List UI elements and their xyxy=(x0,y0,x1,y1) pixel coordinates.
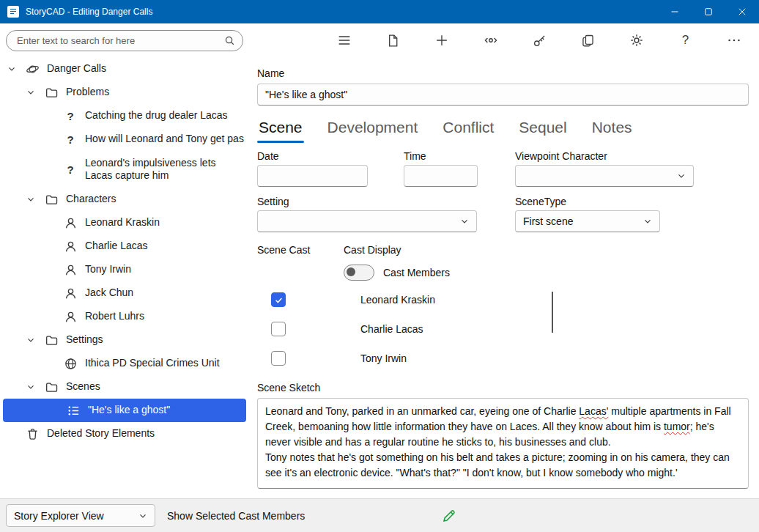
scene-type-label: SceneType xyxy=(515,196,660,207)
folder-icon xyxy=(44,85,59,100)
person-icon xyxy=(63,262,78,277)
tab-development[interactable]: Development xyxy=(326,117,420,143)
tree-item-label: Robert Luhrs xyxy=(85,310,144,323)
move-element-icon[interactable] xyxy=(476,26,506,55)
chevron-down-icon[interactable] xyxy=(7,64,25,73)
time-label: Time xyxy=(404,150,515,162)
tree-item-label: Danger Calls xyxy=(47,62,106,75)
tree-item-problem[interactable]: ? How will Leonard and Tony get pas xyxy=(0,128,249,151)
tree-item-setting[interactable]: Ithica PD Special Crimes Unit xyxy=(0,352,249,375)
tree-item-danger-calls[interactable]: Danger Calls xyxy=(0,57,249,81)
chevron-down-icon[interactable] xyxy=(26,195,44,204)
tree-item-scene[interactable]: "He's like a ghost" xyxy=(3,399,246,422)
question-icon: ? xyxy=(63,162,78,177)
tab-notes[interactable]: Notes xyxy=(590,117,634,143)
scene-sketch-label: Scene Sketch xyxy=(257,382,749,394)
name-label: Name xyxy=(257,67,749,79)
tree-item-label: Catching the drug dealer Lacas xyxy=(85,109,228,122)
viewpoint-character-select[interactable] xyxy=(515,165,694,187)
close-button[interactable] xyxy=(725,0,759,23)
person-icon xyxy=(63,309,78,324)
tree-item-character[interactable]: Leonard Kraskin xyxy=(0,211,249,234)
copy-icon[interactable] xyxy=(574,26,603,55)
chevron-down-icon[interactable] xyxy=(26,88,44,97)
navigation-sidebar: Danger Calls Problems ? Catching the dru… xyxy=(0,23,250,498)
tree-item-problem[interactable]: ? Leonard's impulsiveness lets Lacas cap… xyxy=(0,151,249,188)
main-panel: ? Name Scene Development Conflict Sequel… xyxy=(249,23,759,498)
cast-member-row: Tony Irwin xyxy=(257,344,749,373)
tree-item-characters[interactable]: Characters xyxy=(0,188,249,211)
scene-sketch-editor[interactable]: Leonard and Tony, parked in an unmarked … xyxy=(257,398,749,489)
cast-member-checkbox[interactable] xyxy=(271,322,286,336)
tree-item-settings[interactable]: Settings xyxy=(0,328,249,352)
tree-item-problem[interactable]: ? Catching the drug dealer Lacas xyxy=(0,104,249,128)
search-box[interactable] xyxy=(6,30,243,51)
new-file-icon[interactable] xyxy=(379,26,408,55)
tree-item-label: Jack Chun xyxy=(85,287,133,300)
tree-item-problems[interactable]: Problems xyxy=(0,81,249,104)
tab-conflict[interactable]: Conflict xyxy=(441,117,495,143)
tree-item-label: Leonard's impulsiveness lets Lacas captu… xyxy=(85,157,245,182)
setting-select[interactable] xyxy=(257,210,477,232)
viewpoint-character-label: Viewpoint Character xyxy=(515,150,694,162)
cast-member-name: Charlie Lacas xyxy=(360,323,423,335)
search-input[interactable] xyxy=(15,34,224,47)
tree-item-label: Charlie Lacas xyxy=(85,240,148,253)
date-label: Date xyxy=(257,150,404,162)
setting-label: Setting xyxy=(257,196,515,207)
cast-member-checkbox[interactable] xyxy=(271,351,286,366)
search-icon[interactable] xyxy=(224,35,235,46)
titlebar: StoryCAD - Editing Danger Calls xyxy=(0,0,759,23)
app-icon xyxy=(7,6,19,18)
status-message: Show Selected Cast Members xyxy=(167,510,305,522)
time-input[interactable] xyxy=(404,165,478,187)
tree-item-label: Characters xyxy=(66,193,116,206)
story-overview-icon xyxy=(25,62,40,76)
add-element-icon[interactable] xyxy=(427,26,456,55)
tree-item-label: Ithica PD Special Crimes Unit xyxy=(85,357,220,370)
name-input[interactable] xyxy=(257,84,749,106)
folder-icon xyxy=(44,380,59,394)
tree-item-character[interactable]: Charlie Lacas xyxy=(0,234,249,258)
person-icon xyxy=(63,215,78,230)
scene-type-value: First scene xyxy=(523,215,573,227)
trash-icon xyxy=(25,426,40,441)
tab-scene[interactable]: Scene xyxy=(257,117,304,143)
tab-strip: Scene Development Conflict Sequel Notes xyxy=(257,117,749,143)
tree-item-character[interactable]: Jack Chun xyxy=(0,281,249,305)
cast-member-list: Leonard Kraskin Charlie Lacas Tony Irwin xyxy=(257,285,749,373)
tree-item-character[interactable]: Robert Luhrs xyxy=(0,305,249,328)
cast-member-checkbox[interactable] xyxy=(271,292,286,307)
settings-gear-icon[interactable] xyxy=(622,26,651,55)
command-bar: ? xyxy=(249,23,759,57)
person-icon xyxy=(63,286,78,300)
minimize-button[interactable] xyxy=(658,0,692,23)
chevron-down-icon[interactable] xyxy=(26,383,44,391)
help-icon[interactable]: ? xyxy=(671,26,700,55)
key-icon[interactable] xyxy=(525,26,554,55)
tree-item-label: Settings xyxy=(66,333,103,347)
chevron-down-icon[interactable] xyxy=(26,336,44,344)
tab-sequel[interactable]: Sequel xyxy=(517,117,568,143)
cast-members-toggle-label: Cast Members xyxy=(383,267,450,278)
date-input[interactable] xyxy=(257,165,368,187)
question-icon: ? xyxy=(63,132,78,147)
chevron-down-icon xyxy=(460,217,469,226)
person-icon xyxy=(63,239,78,254)
cast-member-name: Leonard Kraskin xyxy=(360,294,435,306)
folder-icon xyxy=(44,333,59,347)
tree-item-deleted-elements[interactable]: Deleted Story Elements xyxy=(0,422,249,446)
tree-item-character[interactable]: Tony Irwin xyxy=(0,258,249,281)
edit-pencil-icon xyxy=(442,509,456,523)
maximize-button[interactable] xyxy=(692,0,725,23)
story-tree: Danger Calls Problems ? Catching the dru… xyxy=(0,57,249,446)
tree-item-scenes[interactable]: Scenes xyxy=(0,375,249,399)
tree-item-label: Problems xyxy=(66,86,109,99)
menu-icon[interactable] xyxy=(330,26,359,55)
view-selector-dropdown[interactable]: Story Explorer View xyxy=(6,504,155,527)
scene-form: Name Scene Development Conflict Sequel N… xyxy=(249,67,759,489)
scene-type-select[interactable]: First scene xyxy=(515,210,660,232)
window-title: StoryCAD - Editing Danger Calls xyxy=(26,7,152,17)
more-icon[interactable] xyxy=(719,26,749,55)
cast-members-toggle[interactable] xyxy=(344,265,374,281)
